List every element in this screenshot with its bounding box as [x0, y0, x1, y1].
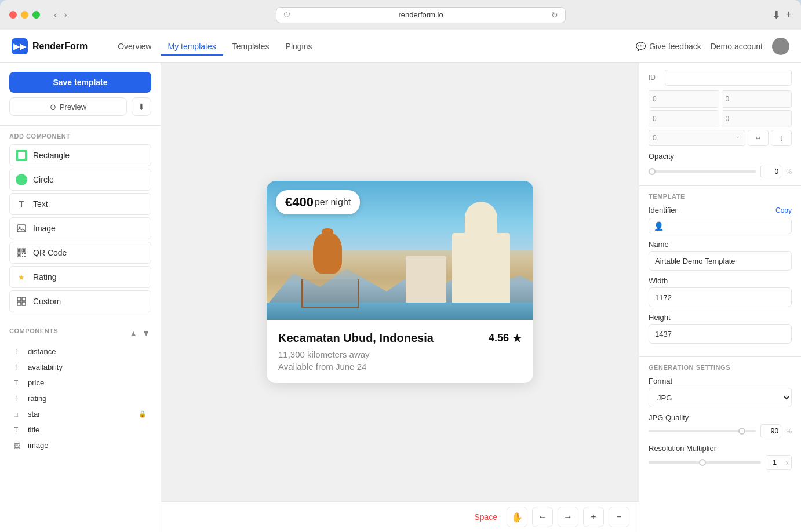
y-input[interactable]: [722, 91, 792, 107]
opacity-input[interactable]: [760, 165, 781, 178]
resolution-row: x: [649, 455, 792, 470]
card-body: Kecamatan Ubud, Indonesia 4.56 ★ 11,300 …: [267, 320, 533, 383]
title-type-icon: T: [14, 426, 23, 434]
bottom-toolbar: Space ✋ ← → + −: [161, 501, 639, 532]
opacity-slider-thumb[interactable]: [649, 168, 656, 175]
svg-rect-16: [22, 302, 26, 305]
minimize-button[interactable]: [21, 11, 28, 19]
deg-input-wrapper[interactable]: 0 °: [649, 130, 745, 146]
component-qrcode[interactable]: QR Code: [9, 242, 151, 264]
nav-templates[interactable]: Templates: [225, 37, 276, 56]
qrcode-label: QR Code: [33, 248, 67, 257]
preview-button[interactable]: ⊙ Preview: [9, 97, 127, 116]
preview-icon: ⊙: [50, 103, 56, 111]
custom-icon: [16, 296, 27, 307]
refresh-icon[interactable]: ↻: [551, 10, 558, 20]
jpg-quality-slider-track[interactable]: [649, 430, 756, 432]
hand-tool-button[interactable]: ✋: [507, 507, 527, 527]
rating-type-icon: T: [14, 395, 23, 403]
jpg-quality-slider-thumb[interactable]: [738, 428, 745, 435]
x-input[interactable]: [649, 91, 719, 107]
opacity-section: Opacity %: [649, 151, 792, 178]
price-amount: €400: [285, 195, 314, 210]
name-label: Name: [649, 240, 792, 249]
id-input[interactable]: [665, 70, 792, 86]
opacity-slider-track[interactable]: [649, 170, 756, 173]
title-item-label: title: [28, 425, 39, 434]
list-item-distance[interactable]: T distance: [9, 344, 151, 359]
width-field: Width: [649, 276, 792, 313]
rating-display: 4.56 ★: [489, 332, 522, 345]
maximize-button[interactable]: [32, 11, 40, 19]
zoom-in-button[interactable]: +: [583, 507, 604, 527]
nav-plugins[interactable]: Plugins: [279, 37, 319, 56]
component-image[interactable]: Image: [9, 217, 151, 239]
component-custom[interactable]: Custom: [9, 290, 151, 312]
height-input[interactable]: [649, 324, 792, 344]
svg-rect-0: [18, 152, 25, 159]
jpg-quality-input[interactable]: [760, 424, 781, 438]
list-item-rating[interactable]: T rating: [9, 391, 151, 406]
back-button[interactable]: ‹: [52, 9, 59, 21]
width-input[interactable]: [649, 287, 792, 307]
avatar[interactable]: [772, 38, 789, 55]
rectangle-icon: [16, 150, 27, 161]
component-list: Rectangle Circle T Text Image: [9, 144, 151, 314]
scene-vase: [313, 233, 342, 274]
close-button[interactable]: [9, 11, 17, 19]
resolution-input[interactable]: [766, 456, 784, 469]
new-tab-button[interactable]: +: [785, 9, 792, 21]
copy-button[interactable]: Copy: [775, 206, 792, 214]
component-rating[interactable]: ★ Rating: [9, 266, 151, 288]
image-item-label: image: [28, 441, 48, 450]
sidebar-top: Save template ⊙ Preview ⬇: [0, 63, 161, 126]
download-icon-button[interactable]: ⬇: [132, 97, 151, 116]
component-text[interactable]: T Text: [9, 193, 151, 215]
address-bar[interactable]: 🛡 renderform.io ↻: [276, 7, 566, 23]
coord-actions: 0 ° ↔ ↕: [649, 130, 792, 146]
component-rectangle[interactable]: Rectangle: [9, 144, 151, 166]
zoom-out-button[interactable]: −: [609, 507, 629, 527]
save-template-button[interactable]: Save template: [9, 72, 151, 93]
identifier-input[interactable]: [667, 222, 787, 231]
flip-horizontal-button[interactable]: ↔: [748, 130, 769, 146]
x-input-wrapper: X: [649, 90, 719, 108]
list-item-availability[interactable]: T availability: [9, 359, 151, 375]
forward-button[interactable]: ›: [61, 9, 69, 21]
list-item-star[interactable]: □ star 🔒: [9, 406, 151, 422]
svg-rect-14: [22, 297, 26, 301]
list-item-title[interactable]: T title: [9, 422, 151, 438]
redo-button[interactable]: →: [558, 507, 578, 527]
component-circle[interactable]: Circle: [9, 169, 151, 191]
sort-down-button[interactable]: ▼: [141, 327, 151, 339]
list-item-image[interactable]: 🖼 image: [9, 438, 151, 453]
download-button[interactable]: ⬇: [772, 9, 781, 21]
w-input[interactable]: [649, 111, 719, 127]
template-section: TEMPLATE Identifier Copy 👤 Name Width: [639, 186, 801, 357]
card-location-row: Kecamatan Ubud, Indonesia 4.56 ★: [278, 331, 522, 345]
traffic-lights: [9, 11, 40, 19]
qr-icon: [16, 247, 27, 258]
flip-vertical-button[interactable]: ↕: [771, 130, 792, 146]
identifier-input-row[interactable]: 👤: [649, 218, 792, 234]
height-field: Height: [649, 313, 792, 349]
h-input[interactable]: [722, 111, 792, 127]
undo-button[interactable]: ←: [532, 507, 553, 527]
resolution-slider-track[interactable]: [649, 461, 761, 464]
svg-rect-15: [17, 302, 21, 305]
components-label: COMPONENTS: [9, 327, 58, 334]
brand[interactable]: ▶▶ RenderForm: [12, 38, 88, 54]
generation-section: GENERATION SETTINGS Format JPG PNG WEBP …: [639, 357, 801, 477]
nav-my-templates[interactable]: My templates: [161, 37, 223, 56]
resolution-slider-thumb[interactable]: [699, 459, 706, 466]
top-nav: ▶▶ RenderForm Overview My templates Temp…: [0, 30, 801, 63]
canvas-container[interactable]: €400 per night Kecamatan Ubud, Indonesia…: [161, 63, 639, 501]
name-input[interactable]: [649, 251, 792, 271]
star-type-icon: □: [14, 410, 23, 418]
nav-overview[interactable]: Overview: [111, 37, 158, 56]
distance-type-icon: T: [14, 348, 23, 356]
format-select[interactable]: JPG PNG WEBP: [649, 388, 792, 407]
list-item-price[interactable]: T price: [9, 375, 151, 391]
sort-up-button[interactable]: ▲: [128, 327, 139, 339]
give-feedback-button[interactable]: 💬 Give feedback: [636, 42, 701, 51]
